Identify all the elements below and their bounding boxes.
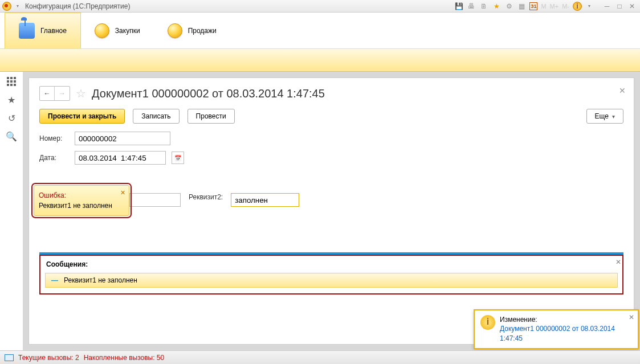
nav-sales[interactable]: Продажи (154, 13, 230, 48)
status-accum-calls: Накопленные вызовы: 50 (84, 354, 165, 362)
memory-m[interactable]: M (541, 3, 546, 10)
history-nav: ← → (39, 86, 70, 101)
titlebar: ▾ Конфигурация (1С:Предприятие) 💾 🖶 🗎 ★ … (0, 0, 640, 13)
page-title: Документ1 000000002 от 08.03.2014 1:47:4… (92, 87, 325, 100)
post-button[interactable]: Провести (187, 109, 235, 124)
page-favorite-icon[interactable]: ☆ (76, 87, 86, 100)
write-button[interactable]: Записать (133, 109, 179, 124)
sphere-icon (168, 23, 182, 38)
post-and-close-button[interactable]: Провести и закрыть (39, 109, 125, 124)
favorite-icon[interactable]: ★ (492, 2, 501, 11)
history-icon[interactable]: ↺ (6, 113, 17, 123)
more-label: Еще (595, 112, 609, 120)
change-toast: ✕ i Изменение: Документ1 000000002 от 08… (474, 309, 639, 349)
nav-main[interactable]: Главное (5, 13, 81, 48)
subnav-ribbon (0, 49, 640, 72)
close-panel-button[interactable]: ✕ (619, 86, 626, 95)
error-text: Реквизит1 не заполнен (39, 201, 124, 211)
app-logo-icon (2, 2, 11, 11)
date-label: Дата: (39, 154, 69, 162)
messages-close-icon[interactable]: ✕ (615, 258, 621, 266)
search-icon[interactable]: 🔍 (6, 131, 17, 141)
requisite2-label: Реквизит2: (189, 193, 223, 201)
toast-title: Изменение: (500, 315, 632, 325)
print-icon[interactable]: 🖶 (467, 2, 476, 11)
calendar-icon[interactable]: 31 (529, 2, 537, 10)
toast-info-icon: i (480, 315, 495, 330)
number-input[interactable] (75, 132, 170, 145)
back-button[interactable]: ← (40, 87, 55, 100)
date-picker-button[interactable]: 📅 (172, 152, 184, 164)
status-icon[interactable] (5, 354, 14, 361)
number-label: Номер: (39, 134, 69, 142)
nav-sales-label: Продажи (188, 27, 217, 35)
window-title: Конфигурация (1С:Предприятие) (25, 2, 131, 10)
close-window-button[interactable]: ✕ (626, 2, 638, 11)
nav-purchases[interactable]: Закупки (81, 13, 154, 48)
nav-main-label: Главное (40, 27, 67, 35)
more-button[interactable]: Еще (586, 109, 623, 124)
main-nav: Главное Закупки Продажи (0, 13, 640, 49)
sphere-icon (95, 23, 109, 38)
nav-purchases-label: Закупки (115, 27, 140, 35)
doc-icon[interactable]: 🗎 (479, 2, 488, 11)
sidebar: ★ ↺ 🔍 (0, 72, 23, 350)
info-icon[interactable]: i (573, 2, 582, 11)
minimize-button[interactable]: ─ (601, 2, 613, 11)
statusbar: Текущие вызовы: 2 Накопленные вызовы: 50 (0, 350, 640, 364)
lamp-icon (19, 23, 35, 39)
memory-mplus[interactable]: M+ (550, 3, 559, 10)
message-text: Реквизит1 не заполнен (64, 276, 137, 284)
forward-button[interactable]: → (55, 87, 70, 100)
toast-link[interactable]: Документ1 000000002 от 08.03.2014 1:47:4… (500, 324, 632, 343)
requisite2-input[interactable] (231, 193, 299, 207)
app-menu-dropdown[interactable]: ▾ (15, 3, 21, 9)
toast-close-icon[interactable]: ✕ (629, 313, 634, 322)
messages-panel: ✕ Сообщения: — Реквизит1 не заполнен (39, 255, 623, 295)
error-tooltip: ✕ Ошибка: Реквизит1 не заполнен (34, 185, 129, 216)
requisite1-input[interactable] (129, 193, 181, 207)
calc-icon[interactable]: ▦ (517, 2, 526, 11)
message-marker-icon: — (51, 276, 58, 284)
tooltip-close-icon[interactable]: ✕ (120, 188, 125, 198)
error-title: Ошибка: (39, 190, 124, 201)
maximize-button[interactable]: □ (614, 2, 625, 11)
info-dropdown[interactable]: ▾ (586, 3, 592, 9)
tool-icon[interactable]: ⚙ (504, 2, 513, 11)
memory-mminus[interactable]: M- (562, 3, 569, 10)
save-icon[interactable]: 💾 (454, 2, 463, 11)
status-current-calls: Текущие вызовы: 2 (18, 354, 79, 362)
content-panel: ✕ ← → ☆ Документ1 000000002 от 08.03.201… (28, 77, 634, 345)
sections-icon[interactable] (6, 76, 17, 87)
date-input[interactable] (75, 151, 166, 165)
titlebar-tools: 💾 🖶 🗎 ★ ⚙ ▦ 31 M M+ M- i ▾ (454, 2, 597, 11)
message-item[interactable]: — Реквизит1 не заполнен (45, 273, 618, 288)
messages-title: Сообщения: (46, 260, 618, 268)
favorites-icon[interactable]: ★ (6, 95, 17, 105)
